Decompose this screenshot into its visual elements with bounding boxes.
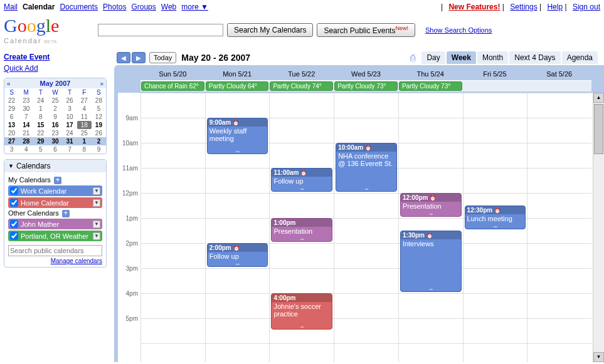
calendar-dropdown-icon[interactable]: ▼ — [93, 187, 100, 195]
mini-day[interactable]: 29 — [33, 137, 48, 145]
allday-cell[interactable]: Partly Cloudy 73° — [398, 81, 463, 91]
mini-day[interactable]: 29 — [4, 105, 19, 113]
resize-handle[interactable]: == — [401, 288, 461, 291]
allday-cell[interactable] — [527, 81, 591, 91]
topnav-mail[interactable]: Mail — [4, 3, 18, 11]
mini-day[interactable]: 1 — [77, 137, 92, 145]
create-event-link[interactable]: Create Event — [4, 53, 107, 61]
quick-add-link[interactable]: Quick Add — [4, 64, 107, 73]
mini-day[interactable]: 9 — [48, 113, 62, 121]
day-column[interactable]: 12:00pm ⏰Presentation==1:30pm ⏰Interview… — [398, 93, 463, 362]
mini-day[interactable]: 6 — [48, 145, 62, 153]
mini-day[interactable]: 1 — [33, 105, 48, 113]
resize-handle[interactable]: == — [401, 213, 461, 216]
help-link[interactable]: Help — [547, 3, 563, 11]
resize-handle[interactable]: == — [272, 238, 332, 241]
add-my-calendar-button[interactable]: + — [54, 177, 61, 184]
print-icon[interactable]: ⎙ — [410, 53, 415, 63]
mini-day[interactable]: 3 — [63, 105, 77, 113]
mini-day[interactable]: 10 — [63, 113, 77, 121]
mini-day[interactable]: 4 — [77, 105, 92, 113]
sign-out-link[interactable]: Sign out — [573, 3, 600, 11]
search-my-calendars-button[interactable]: Search My Calendars — [227, 23, 313, 37]
view-tab-nextdays[interactable]: Next 4 Days — [509, 51, 560, 64]
next-week-button[interactable]: ▶ — [132, 52, 146, 63]
mini-day[interactable]: 26 — [63, 96, 77, 105]
calendar-item[interactable]: Home Calendar▼ — [8, 197, 102, 208]
mini-day[interactable]: 11 — [77, 113, 92, 121]
mini-day[interactable]: 12 — [92, 113, 106, 121]
calendar-dropdown-icon[interactable]: ▼ — [93, 221, 100, 228]
mini-day[interactable]: 31 — [63, 137, 77, 145]
calendar-item[interactable]: Work Calendar▼ — [8, 185, 102, 196]
mini-day[interactable]: 24 — [63, 129, 77, 137]
prev-week-button[interactable]: ◀ — [117, 52, 130, 63]
mini-day[interactable]: 24 — [33, 96, 48, 105]
mini-day[interactable]: 3 — [4, 145, 19, 153]
day-column[interactable]: 12:30pm ⏰Lunch meeting== — [463, 93, 527, 362]
event[interactable]: 1:30pm ⏰Interviews== — [400, 231, 462, 292]
allday-cell[interactable]: Chance of Rain 62° — [140, 81, 205, 91]
show-search-options-link[interactable]: Show Search Options — [425, 26, 492, 34]
allday-event[interactable]: Partly Cloudy 73° — [399, 81, 462, 91]
mini-day[interactable]: 28 — [19, 137, 33, 145]
calendars-header[interactable]: ▼Calendars — [4, 160, 106, 172]
day-column[interactable]: 11:00am ⏰Follow up==1:00pmPresentation==… — [269, 93, 334, 362]
mini-day[interactable]: 30 — [48, 137, 62, 145]
search-public-events-button[interactable]: Search Public EventsNew! — [317, 23, 415, 37]
mini-day[interactable]: 27 — [4, 137, 19, 145]
event[interactable]: 9:00am ⏰Weekly staff meeting== — [207, 118, 268, 154]
new-features-link[interactable]: New Features! — [448, 3, 500, 11]
calendar-checkbox[interactable] — [10, 220, 18, 228]
allday-event[interactable]: Chance of Rain 62° — [141, 81, 204, 91]
view-tab-day[interactable]: Day — [421, 51, 445, 64]
resize-handle[interactable]: == — [208, 263, 268, 266]
mini-day[interactable]: 23 — [48, 129, 62, 137]
event[interactable]: 11:00am ⏰Follow up== — [271, 168, 332, 192]
mini-day[interactable]: 18 — [77, 121, 92, 129]
mini-day[interactable]: 25 — [77, 129, 92, 137]
mini-day[interactable]: 4 — [19, 145, 33, 153]
search-input[interactable] — [98, 24, 223, 36]
calendar-checkbox[interactable] — [10, 232, 18, 240]
mini-day[interactable]: 19 — [92, 121, 106, 129]
settings-link[interactable]: Settings — [510, 3, 537, 11]
mini-day[interactable]: 2 — [92, 137, 106, 145]
calendar-checkbox[interactable] — [10, 187, 18, 195]
event[interactable]: 12:00pm ⏰Presentation== — [400, 193, 462, 217]
scroll-down-button[interactable]: ▼ — [593, 352, 604, 362]
resize-handle[interactable]: == — [272, 326, 332, 329]
resize-handle[interactable]: == — [272, 188, 332, 191]
calendar-item[interactable]: Portland, OR Weather▼ — [8, 231, 102, 241]
calendar-dropdown-icon[interactable]: ▼ — [93, 232, 100, 240]
mini-day[interactable]: 27 — [77, 96, 92, 105]
mini-day[interactable]: 23 — [19, 96, 33, 105]
event[interactable]: 4:00pmJohnie's soccer practice== — [271, 293, 332, 330]
topnav-calendar[interactable]: Calendar — [23, 3, 55, 11]
mini-prev-month[interactable]: « — [7, 80, 11, 87]
mini-day[interactable]: 8 — [33, 113, 48, 121]
topnav-more[interactable]: more ▼ — [181, 3, 208, 11]
scroll-thumb[interactable] — [594, 104, 603, 154]
allday-event[interactable]: Partly Cloudy 64° — [206, 81, 269, 91]
mini-day[interactable]: 16 — [48, 121, 62, 129]
mini-day[interactable]: 25 — [48, 96, 62, 105]
day-column[interactable]: 9:00am ⏰Weekly staff meeting==2:00pm ⏰Fo… — [205, 93, 270, 362]
manage-calendars-link[interactable]: Manage calendars — [8, 257, 102, 264]
allday-event[interactable]: Partly Cloudy 74° — [270, 81, 333, 91]
event[interactable]: 2:00pm ⏰Follow up== — [207, 243, 268, 267]
mini-day[interactable]: 2 — [48, 105, 62, 113]
calendar-item[interactable]: John Mather▼ — [8, 219, 102, 229]
event[interactable]: 10:00am ⏰NHA conference @ 136 Everett St… — [336, 143, 397, 192]
mini-day[interactable]: 5 — [33, 145, 48, 153]
topnav-groups[interactable]: Groups — [131, 3, 156, 11]
day-column[interactable]: 10:00am ⏰NHA conference @ 136 Everett St… — [334, 93, 398, 362]
mini-day[interactable]: 7 — [63, 145, 77, 153]
mini-day[interactable]: 30 — [19, 105, 33, 113]
topnav-web[interactable]: Web — [161, 3, 176, 11]
mini-day[interactable]: 28 — [92, 96, 106, 105]
allday-cell[interactable]: Partly Cloudy 64° — [205, 81, 270, 91]
mini-day[interactable]: 26 — [92, 129, 106, 137]
mini-day[interactable]: 21 — [19, 129, 33, 137]
calendar-dropdown-icon[interactable]: ▼ — [93, 199, 100, 207]
